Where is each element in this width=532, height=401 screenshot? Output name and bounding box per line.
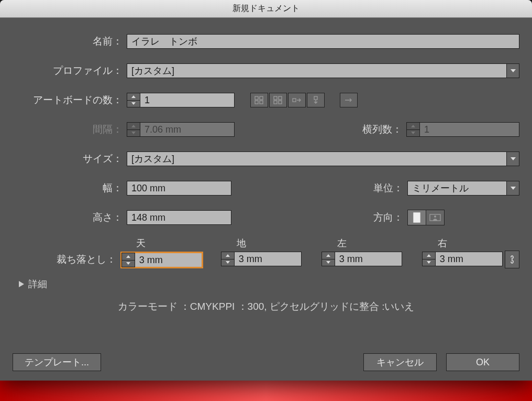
bleed-top-input[interactable]: 3 mm	[135, 253, 202, 267]
col-ttb-icon[interactable]	[307, 93, 325, 107]
label-advanced: 詳細	[28, 278, 47, 290]
units-value: ミリメートル	[407, 181, 507, 196]
size-value: [カスタム]	[127, 151, 507, 166]
dialog-content: 名前： イラレ トンボ プロファイル： [カスタム] アートボードの数： 1	[0, 18, 532, 381]
triangle-right-icon	[19, 281, 24, 287]
label-bleed-bottom: 地	[221, 237, 304, 250]
template-button[interactable]: テンプレート...	[13, 353, 101, 371]
svg-rect-4	[274, 96, 277, 100]
grid-by-col-icon[interactable]	[269, 93, 287, 107]
svg-rect-5	[279, 96, 282, 100]
artboard-count-input[interactable]: 1	[140, 93, 235, 107]
stepper-down-icon[interactable]	[121, 260, 135, 268]
dialog-window: 新規ドキュメント 名前： イラレ トンボ プロファイル： [カスタム] アートボ…	[0, 0, 532, 381]
label-orientation: 方向：	[355, 211, 407, 224]
stepper-down-icon	[127, 129, 140, 137]
label-bleed-top: 天	[120, 237, 203, 250]
label-bleed-right: 右	[422, 237, 505, 250]
units-dropdown[interactable]: ミリメートル	[407, 181, 519, 196]
bleed-right-stepper[interactable]: 3 mm	[422, 252, 505, 266]
artboard-count-stepper[interactable]: 1	[127, 93, 235, 107]
stepper-down-icon	[406, 129, 420, 137]
chevron-down-icon[interactable]	[507, 63, 519, 78]
artboard-layout-group	[250, 93, 357, 107]
row-spacing: 間隔： 7.06 mm 横列数： 1	[13, 120, 519, 139]
advanced-toggle[interactable]: 詳細	[19, 278, 519, 290]
row-profile: プロファイル： [カスタム]	[13, 61, 519, 81]
row-name: 名前： イラレ トンボ	[13, 31, 519, 51]
bleed-bottom-col: 地 3 mm	[221, 237, 304, 268]
svg-point-11	[416, 215, 418, 218]
window-title: 新規ドキュメント	[0, 0, 532, 18]
svg-rect-2	[255, 101, 258, 104]
orientation-portrait-icon[interactable]	[407, 210, 426, 225]
height-input[interactable]: 148 mm	[127, 210, 231, 225]
label-bleed: 裁ち落とし：	[13, 253, 120, 268]
name-input[interactable]: イラレ トンボ	[127, 34, 519, 49]
grid-by-row-icon[interactable]	[250, 93, 268, 107]
ok-button[interactable]: OK	[446, 353, 519, 371]
bleed-left-stepper[interactable]: 3 mm	[322, 252, 404, 266]
svg-rect-6	[274, 101, 277, 104]
size-dropdown[interactable]: [カスタム]	[127, 151, 519, 166]
rows-input: 1	[420, 122, 519, 137]
svg-rect-1	[260, 96, 263, 100]
label-name: 名前：	[13, 35, 127, 48]
stepper-up-icon	[127, 122, 140, 129]
stepper-down-icon[interactable]	[127, 100, 140, 108]
label-height: 高さ：	[13, 211, 127, 224]
svg-rect-3	[260, 101, 263, 104]
label-width: 幅：	[13, 181, 127, 195]
stepper-down-icon[interactable]	[422, 259, 436, 267]
stepper-up-icon[interactable]	[121, 253, 135, 260]
direction-arrow-icon[interactable]	[340, 93, 358, 107]
chevron-down-icon[interactable]	[507, 181, 519, 196]
stepper-up-icon[interactable]	[422, 252, 436, 259]
summary-text: カラーモード ：CMYKPPI ：300, ピクセルグリッドに整合 :いいえ	[13, 300, 519, 313]
label-bleed-left: 左	[322, 237, 404, 250]
chevron-down-icon[interactable]	[507, 151, 519, 166]
row-bleed: 裁ち落とし： 天 3 mm 地	[13, 237, 519, 268]
svg-rect-9	[314, 96, 317, 100]
bleed-left-input[interactable]: 3 mm	[335, 252, 402, 266]
label-rows: 横列数：	[354, 123, 406, 136]
row-height-orient: 高さ： 148 mm 方向：	[13, 208, 519, 227]
bleed-right-input[interactable]: 3 mm	[436, 252, 503, 266]
stepper-up-icon[interactable]	[127, 93, 140, 100]
bleed-right-col: 右 3 mm	[422, 237, 505, 268]
profile-dropdown[interactable]: [カスタム]	[127, 63, 519, 78]
stepper-up-icon	[406, 122, 420, 129]
svg-point-13	[434, 215, 436, 218]
label-units: 単位：	[355, 181, 407, 195]
width-input[interactable]: 100 mm	[127, 181, 231, 196]
spacing-stepper: 7.06 mm	[127, 122, 235, 137]
stepper-down-icon[interactable]	[322, 259, 335, 267]
orientation-landscape-icon[interactable]	[426, 210, 445, 225]
bleed-top-col: 天 3 mm	[120, 237, 203, 268]
profile-value: [カスタム]	[127, 63, 507, 78]
spacing-input: 7.06 mm	[140, 122, 235, 137]
svg-rect-8	[293, 99, 296, 102]
bleed-bottom-input[interactable]: 3 mm	[235, 252, 302, 266]
cancel-button[interactable]: キャンセル	[363, 353, 437, 371]
stepper-down-icon[interactable]	[221, 259, 235, 267]
footer: テンプレート... キャンセル OK	[13, 353, 519, 371]
rows-stepper: 1	[406, 122, 519, 137]
label-size: サイズ：	[13, 152, 127, 166]
label-profile: プロファイル：	[13, 64, 127, 78]
label-spacing: 間隔：	[13, 123, 127, 136]
bleed-top-stepper[interactable]: 3 mm	[120, 252, 203, 268]
row-size: サイズ： [カスタム]	[13, 149, 519, 169]
row-ltr-icon[interactable]	[288, 93, 306, 107]
svg-rect-0	[255, 96, 258, 100]
bleed-group: 天 3 mm 地	[120, 237, 505, 268]
bleed-left-col: 左 3 mm	[322, 237, 404, 268]
row-artboards: アートボードの数： 1	[13, 90, 519, 110]
bleed-bottom-stepper[interactable]: 3 mm	[221, 252, 304, 266]
row-width-units: 幅： 100 mm 単位： ミリメートル	[13, 178, 519, 198]
link-bleed-icon[interactable]	[505, 251, 519, 268]
stepper-up-icon[interactable]	[221, 252, 235, 259]
svg-rect-7	[279, 101, 282, 104]
stepper-up-icon[interactable]	[322, 252, 335, 259]
label-artboard-count: アートボードの数：	[13, 93, 127, 107]
